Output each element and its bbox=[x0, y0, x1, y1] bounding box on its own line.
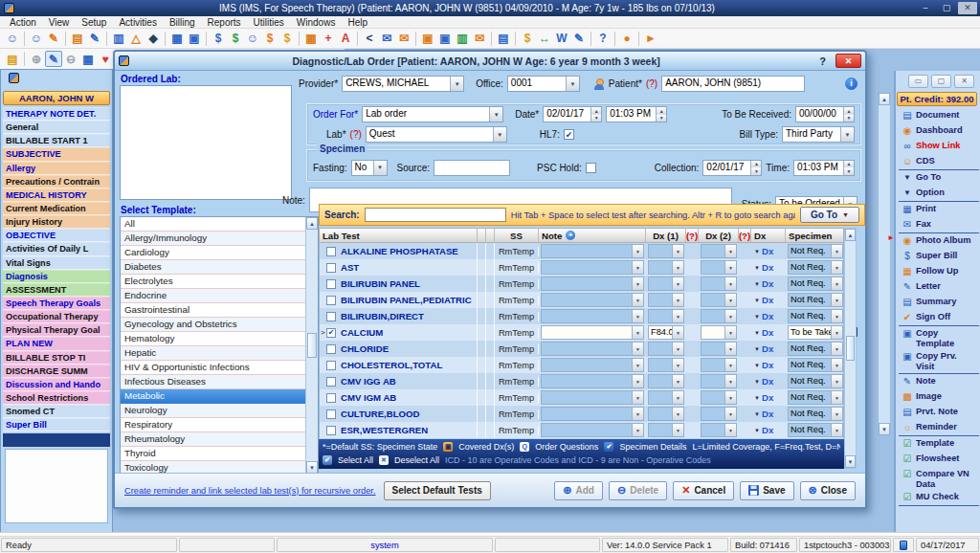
toolbar-icon[interactable]: ✉ bbox=[471, 31, 488, 47]
menu-item[interactable]: Utilities bbox=[248, 17, 290, 28]
dx2-combo[interactable] bbox=[701, 260, 737, 275]
note-section-button[interactable]: MEDICAL HISTORY bbox=[3, 188, 110, 202]
patient-field[interactable]: AARON, JOHN (9851) bbox=[661, 76, 805, 92]
toolbar-icon[interactable] bbox=[203, 31, 210, 47]
dx1-combo[interactable] bbox=[648, 407, 684, 421]
template-item[interactable]: Respiratory bbox=[121, 418, 305, 432]
child-restore-button[interactable]: ▢ bbox=[931, 75, 951, 88]
dx-dropdown-button[interactable]: Dx bbox=[751, 327, 786, 338]
row-checkbox[interactable] bbox=[326, 361, 336, 370]
row-checkbox[interactable] bbox=[326, 247, 336, 256]
action-item[interactable]: ☑ Template bbox=[899, 437, 979, 453]
col-dx[interactable]: Dx bbox=[751, 229, 786, 242]
row-checkbox[interactable] bbox=[326, 377, 336, 387]
action-item[interactable]: ▼ Option bbox=[899, 187, 979, 202]
toolbar-icon[interactable]: ✉ bbox=[378, 31, 395, 47]
note-combo[interactable] bbox=[541, 342, 644, 356]
menu-item[interactable]: Help bbox=[342, 17, 373, 28]
toolbar-icon[interactable] bbox=[412, 31, 419, 47]
dx1-combo[interactable]: F84.0 bbox=[648, 325, 684, 340]
toolbar-icon[interactable] bbox=[512, 31, 519, 47]
close-button[interactable]: ⊗Close bbox=[800, 481, 856, 500]
office-combo[interactable]: 0001 bbox=[507, 76, 580, 92]
toolbar-icon[interactable]: ✎ bbox=[45, 51, 62, 67]
add-button[interactable]: ⊕Add bbox=[554, 481, 603, 500]
toolbar-icon[interactable]: $ bbox=[210, 31, 227, 47]
action-item[interactable]: ▩ Image bbox=[899, 390, 979, 406]
toolbar-icon[interactable]: ▤ bbox=[69, 31, 86, 47]
save-button[interactable]: Save bbox=[740, 481, 793, 500]
dx2-combo[interactable] bbox=[701, 390, 737, 405]
toolbar-icon[interactable] bbox=[488, 31, 495, 47]
dx1-combo[interactable] bbox=[648, 293, 684, 307]
table-row[interactable]: AST RmTemp Dx Not Req. ✔ bbox=[320, 259, 843, 276]
specimen-combo[interactable]: Not Req. bbox=[788, 244, 843, 258]
note-combo[interactable] bbox=[541, 325, 644, 340]
note-section-button[interactable]: General bbox=[3, 121, 110, 134]
toolbar-icon[interactable]: $ bbox=[278, 31, 296, 47]
action-item[interactable]: ☼ Reminder bbox=[899, 421, 979, 436]
note-section-button[interactable]: Activities Of Daily L bbox=[3, 242, 110, 255]
maximize-button[interactable]: ▢ bbox=[937, 2, 956, 14]
dx2-combo[interactable] bbox=[701, 407, 737, 421]
source-input[interactable] bbox=[434, 160, 510, 176]
toolbar-icon[interactable]: ▦ bbox=[168, 31, 186, 47]
to-be-received-spinner[interactable]: 00/00/00▲▼ bbox=[795, 106, 855, 122]
toolbar-icon[interactable] bbox=[103, 31, 110, 47]
action-item[interactable]: ▦ Follow Up bbox=[899, 265, 979, 280]
table-row[interactable]: CHOLESTEROL,TOTAL RmTemp Dx Not Req. ✔ bbox=[320, 357, 843, 373]
table-row[interactable]: CHLORIDE RmTemp Dx Not Req. ✔ bbox=[320, 341, 843, 357]
specimen-combo[interactable]: Not Req. bbox=[788, 309, 843, 323]
note-section-button[interactable]: Discussion and Hando bbox=[3, 378, 110, 391]
dx-dropdown-button[interactable]: Dx bbox=[751, 343, 786, 354]
specimen-combo[interactable]: Not Req. bbox=[788, 342, 843, 356]
psc-hold-checkbox[interactable] bbox=[586, 163, 596, 173]
dx-dropdown-button[interactable]: Dx bbox=[751, 295, 786, 305]
action-item[interactable]: ▣ Copy Template bbox=[899, 327, 979, 350]
table-row[interactable]: ESR,WESTERGREN RmTemp Dx Not Req. ✔ bbox=[320, 422, 843, 438]
toolbar-icon[interactable]: ▣ bbox=[419, 31, 436, 47]
toolbar-icon[interactable]: ▦ bbox=[79, 51, 97, 67]
note-combo[interactable] bbox=[541, 293, 644, 307]
toolbar-icon[interactable]: ✉ bbox=[395, 31, 412, 47]
dx2-combo[interactable] bbox=[701, 293, 737, 307]
specimen-combo[interactable]: Not Req. bbox=[788, 407, 843, 421]
row-checkbox[interactable] bbox=[326, 296, 336, 305]
note-section-button[interactable]: BILLABLE STOP TI bbox=[3, 351, 110, 365]
dx1-combo[interactable] bbox=[648, 260, 684, 275]
action-item[interactable]: ☑ MU Check bbox=[899, 491, 979, 506]
row-checkbox[interactable] bbox=[326, 344, 336, 354]
toolbar-icon[interactable]: ● bbox=[618, 31, 635, 47]
toolbar-icon[interactable] bbox=[162, 31, 168, 47]
template-item[interactable]: Gynecology and Obstetrics bbox=[121, 318, 305, 332]
table-row[interactable]: CULTURE,BLOOD RmTemp Dx Not Req. ✔ bbox=[320, 406, 843, 422]
template-item[interactable]: Electrolytes bbox=[121, 275, 305, 289]
toolbar-icon[interactable] bbox=[296, 31, 302, 47]
table-row[interactable]: BILIRUBIN PANEL RmTemp Dx Not Req. ✔ bbox=[320, 276, 843, 292]
scroll-up-icon[interactable]: ▲ bbox=[845, 229, 856, 241]
dx2-combo[interactable] bbox=[701, 374, 737, 388]
table-row[interactable]: BILIRUBIN PANEL,PEDIATRIC RmTemp Dx Not … bbox=[320, 292, 843, 308]
note-section-button[interactable]: PLAN NEW bbox=[3, 337, 110, 350]
template-item[interactable]: Metabolic bbox=[121, 389, 305, 404]
toolbar-icon[interactable] bbox=[62, 31, 69, 47]
action-item[interactable]: ◉ Dashboard bbox=[899, 124, 979, 140]
collection-time-spinner[interactable]: 01:03 PM▲▼ bbox=[793, 160, 855, 176]
action-item[interactable]: $ Super Bill bbox=[899, 250, 979, 265]
row-checkbox[interactable] bbox=[326, 328, 336, 338]
dx-dropdown-button[interactable]: Dx bbox=[751, 409, 786, 419]
action-item[interactable]: ☑ Compare VN Data bbox=[899, 468, 979, 491]
toolbar-icon[interactable]: ▣ bbox=[436, 31, 454, 47]
toolbar-icon[interactable]: ▥ bbox=[454, 31, 471, 47]
col-lab-test[interactable]: Lab Test bbox=[320, 229, 478, 242]
toolbar-icon[interactable] bbox=[354, 31, 361, 47]
dx1-combo[interactable] bbox=[648, 374, 684, 388]
dx2-combo[interactable] bbox=[701, 309, 737, 323]
child-close-button[interactable]: ✕ bbox=[954, 75, 974, 88]
toolbar-icon[interactable] bbox=[21, 51, 28, 67]
toolbar-icon[interactable]: < bbox=[361, 31, 378, 47]
table-scrollbar[interactable]: ▲ ▼ bbox=[844, 228, 857, 469]
menu-item[interactable]: Billing bbox=[164, 17, 201, 28]
help-icon[interactable]: ? bbox=[819, 55, 826, 67]
template-item[interactable]: Diabetes bbox=[121, 260, 305, 275]
